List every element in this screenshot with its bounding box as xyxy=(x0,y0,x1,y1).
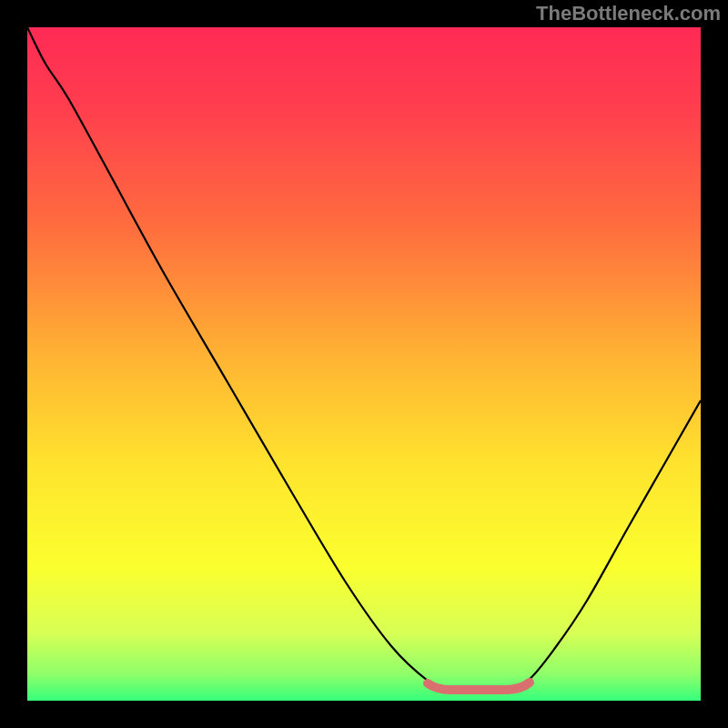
plot-background xyxy=(27,27,701,701)
chart-wrapper: TheBottleneck.com xyxy=(0,0,728,728)
bottleneck-chart xyxy=(0,0,728,728)
watermark-text: TheBottleneck.com xyxy=(536,2,721,25)
